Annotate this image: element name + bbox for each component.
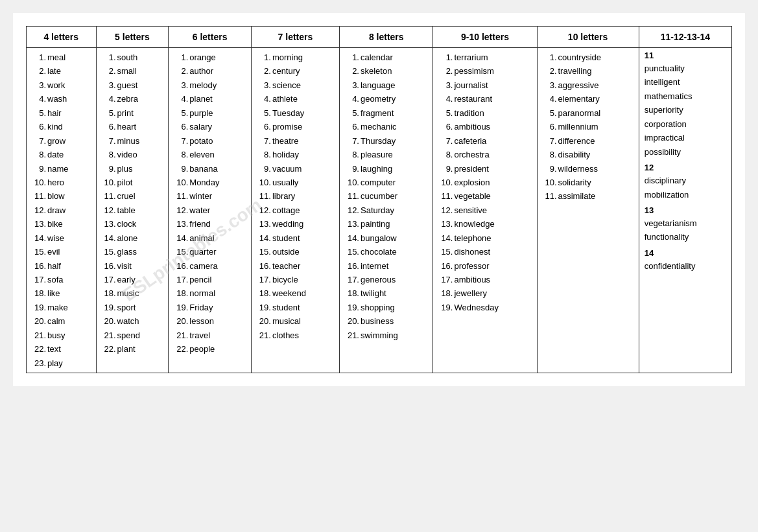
list-item: 8.holiday: [257, 148, 334, 161]
list-item: 14.bungalow: [345, 231, 427, 245]
list-item: 19.sport: [102, 301, 163, 314]
list-item: 2.travelling: [543, 64, 634, 78]
list-item: 14.student: [257, 231, 334, 245]
list-item: 10.computer: [345, 176, 427, 189]
list-item: 19.make: [32, 301, 91, 314]
list-item: 13.painting: [345, 217, 427, 231]
list-item: 7.minus: [102, 134, 163, 148]
list-item: 19.student: [257, 301, 334, 314]
list-item: 22.text: [32, 342, 91, 356]
list-item: 12.cottage: [257, 203, 334, 217]
list-item: 4.restaurant: [438, 92, 531, 106]
list-item: 4.athlete: [257, 92, 334, 106]
column-data-3: 1.morning2.century3.science4.athlete5.Tu…: [251, 48, 339, 373]
list-item: 5.hair: [32, 106, 91, 120]
list-item: 1.south: [102, 51, 163, 64]
list-item: 3.melody: [174, 78, 246, 92]
list-item: vegetarianism: [645, 216, 726, 230]
list-item: 2.pessimism: [438, 64, 531, 78]
list-item: 1.orange: [174, 51, 246, 64]
list-item: 11.library: [257, 189, 334, 203]
list-item: 19.Friday: [174, 301, 246, 314]
list-item: 12.water: [174, 203, 246, 217]
list-item: 1.calendar: [345, 51, 427, 64]
list-item: 1.meal: [32, 51, 91, 64]
list-item: 7.Thursday: [345, 134, 427, 148]
list-item: 13.clock: [102, 217, 163, 231]
word-table: 4 letters5 letters6 letters7 letters8 le…: [26, 26, 732, 373]
list-item: 3.language: [345, 78, 427, 92]
list-item: 2.small: [102, 64, 163, 78]
list-item: 18.twilight: [345, 286, 427, 300]
list-item: 8.disability: [543, 148, 634, 161]
list-item: 2.author: [174, 64, 246, 78]
list-item: 8.video: [102, 148, 163, 161]
list-item: 14.animal: [174, 231, 246, 245]
list-item: 14.alone: [102, 231, 163, 245]
column-header-5: 9-10 letters: [433, 27, 537, 48]
list-item: confidentiality: [645, 259, 726, 273]
list-item: functionality: [645, 230, 726, 244]
list-item: 12.sensitive: [438, 203, 531, 217]
list-item: 3.science: [257, 78, 334, 92]
list-item: 4.geometry: [345, 92, 427, 106]
list-item: 5.Tuesday: [257, 106, 334, 120]
list-item: 3.journalist: [438, 78, 531, 92]
group-header: 11: [645, 51, 726, 60]
list-item: 20.watch: [102, 314, 163, 328]
list-item: 17.pencil: [174, 273, 246, 286]
list-item: 15.outside: [257, 245, 334, 259]
list-item: possibility: [645, 145, 726, 159]
list-item: 9.wilderness: [543, 162, 634, 176]
group-header: 13: [645, 205, 726, 215]
column-header-6: 10 letters: [537, 27, 639, 48]
column-header-2: 6 letters: [169, 27, 252, 48]
list-item: 13.friend: [174, 217, 246, 231]
list-item: 12.table: [102, 203, 163, 217]
list-item: 5.fragment: [345, 106, 427, 120]
list-item: 15.dishonest: [438, 245, 531, 259]
list-item: 9.vacuum: [257, 162, 334, 176]
list-item: 21.travel: [174, 329, 246, 342]
list-item: 4.wash: [32, 92, 91, 106]
list-item: 16.professor: [438, 259, 531, 273]
list-item: 13.wedding: [257, 217, 334, 231]
list-item: 15.glass: [102, 245, 163, 259]
list-item: 13.knowledge: [438, 217, 531, 231]
list-item: punctuality: [645, 62, 726, 75]
list-item: 11.blow: [32, 189, 91, 203]
list-item: 17.sofa: [32, 273, 91, 286]
list-item: 20.musical: [257, 314, 334, 328]
list-item: 18.music: [102, 286, 163, 300]
column-header-7: 11-12-13-14: [639, 27, 731, 48]
page: ESLprintables.com 4 letters5 letters6 le…: [13, 13, 745, 386]
list-item: 9.name: [32, 162, 91, 176]
list-item: 1.countryside: [543, 51, 634, 64]
list-item: 3.work: [32, 78, 91, 92]
list-item: 17.early: [102, 273, 163, 286]
list-item: 6.heart: [102, 120, 163, 133]
list-item: 21.clothes: [257, 329, 334, 342]
list-item: 9.plus: [102, 162, 163, 176]
list-item: 14.telephone: [438, 231, 531, 245]
list-item: 11.cucumber: [345, 189, 427, 203]
column-data-5: 1.terrarium2.pessimism3.journalist4.rest…: [433, 48, 537, 373]
list-item: 11.winter: [174, 189, 246, 203]
list-item: 10.pilot: [102, 176, 163, 189]
list-item: 12.draw: [32, 203, 91, 217]
list-item: 9.banana: [174, 162, 246, 176]
list-item: 10.Monday: [174, 176, 246, 189]
list-item: 17.generous: [345, 273, 427, 286]
list-item: 9.president: [438, 162, 531, 176]
list-item: 19.Wednesday: [438, 301, 531, 314]
list-item: 11.vegetable: [438, 189, 531, 203]
list-item: 6.mechanic: [345, 120, 427, 133]
list-item: 4.zebra: [102, 92, 163, 106]
list-item: 4.elementary: [543, 92, 634, 106]
list-item: 8.eleven: [174, 148, 246, 161]
list-item: 9.laughing: [345, 162, 427, 176]
column-header-3: 7 letters: [251, 27, 339, 48]
list-item: impractical: [645, 131, 726, 145]
list-item: 20.calm: [32, 314, 91, 328]
list-item: 5.tradition: [438, 106, 531, 120]
